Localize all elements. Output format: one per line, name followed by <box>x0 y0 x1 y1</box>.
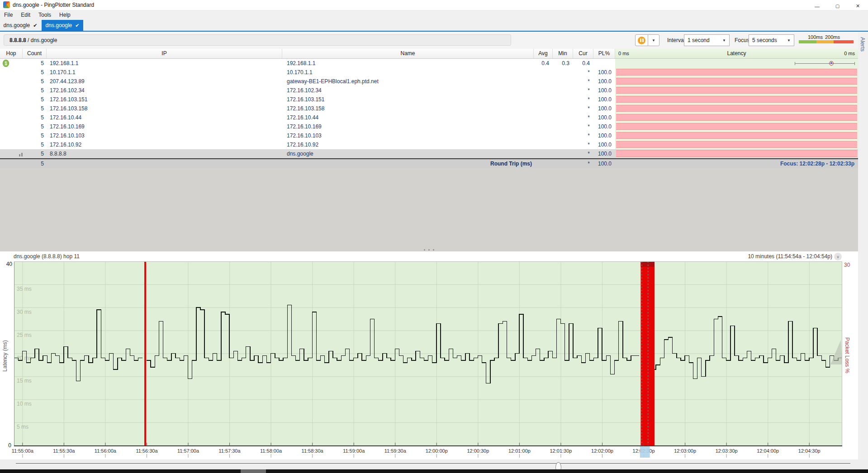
col-ip[interactable]: IP <box>47 49 282 58</box>
time-tick-label: 11:58:00a <box>260 448 282 454</box>
hop-row[interactable]: 5172.16.10.103172.16.10.103*100.0 <box>0 131 858 140</box>
time-tick-label: 12:00:30p <box>467 448 489 454</box>
cell-hop <box>0 104 23 113</box>
cell-pl: 100.0 <box>593 131 615 140</box>
cell-hop <box>0 140 23 149</box>
cell-pl: 100.0 <box>593 149 615 158</box>
menu-help[interactable]: Help <box>55 10 75 20</box>
packet-loss-bar <box>616 114 857 121</box>
round-trip-label: Round Trip (ms) <box>282 159 534 168</box>
hop-row[interactable]: 5172.16.103.151172.16.103.151*100.0 <box>0 95 858 104</box>
hop-row[interactable]: 58.8.8.8dns.google*100.0 <box>0 149 858 158</box>
bottom-strip <box>0 469 868 473</box>
hop-row[interactable]: 5172.16.102.34172.16.102.34*100.0 <box>0 86 858 95</box>
cell-avg <box>534 104 553 113</box>
cell-hop <box>0 122 23 131</box>
chevron-down-icon: ▼ <box>787 38 791 43</box>
cell-pl: 100.0 <box>593 86 615 95</box>
cell-avg <box>534 149 553 158</box>
interval-value: 1 second <box>688 37 710 43</box>
cell-ip: 172.16.10.44 <box>47 113 282 122</box>
y-gridline-label: 25 ms <box>17 332 32 338</box>
pause-icon <box>638 37 645 44</box>
menu-edit[interactable]: Edit <box>17 10 34 20</box>
cell-avg <box>534 77 553 86</box>
cell-hop <box>0 95 23 104</box>
time-tick-label: 12:04:30p <box>798 448 821 454</box>
col-pl[interactable]: PL% <box>593 49 615 58</box>
col-cur[interactable]: Cur <box>573 49 593 58</box>
focus-label: Focus <box>735 34 749 46</box>
col-name[interactable]: Name <box>282 49 534 58</box>
interval-select[interactable]: 1 second ▼ <box>684 34 730 46</box>
hop-row[interactable]: 5172.16.10.169172.16.10.169*100.0 <box>0 122 858 131</box>
cell-count: 5 <box>23 122 47 131</box>
cell-name: 192.168.1.1 <box>282 59 534 68</box>
cell-name: dns.google <box>282 149 534 158</box>
focus-range-label: Focus: 12:02:28p - 12:02:33p <box>615 159 858 168</box>
cell-pl: 100.0 <box>593 104 615 113</box>
hop-row[interactable]: 5172.16.10.92172.16.10.92*100.0 <box>0 140 858 149</box>
hop-row[interactable]: 15192.168.1.1192.168.1.10.40.30.4✕ <box>0 59 858 68</box>
hop-row[interactable]: 5172.16.103.158172.16.103.158*100.0 <box>0 104 858 113</box>
cell-hop: 1 <box>0 59 23 68</box>
legend-200ms-label: 200ms <box>825 34 840 40</box>
cell-min <box>553 122 573 131</box>
hop-row[interactable]: 510.170.1.110.170.1.1*100.0 <box>0 68 858 77</box>
latency-0ms-right: 0 ms <box>844 49 855 58</box>
packet-loss-band <box>640 261 655 445</box>
cell-cur: * <box>573 104 593 113</box>
tab-dns-google-1[interactable]: dns.google ✔ <box>0 20 41 31</box>
cell-avg: 0.4 <box>534 59 553 68</box>
tab-label: dns.google <box>46 22 72 28</box>
col-avg[interactable]: Avg <box>534 49 553 58</box>
menu-file[interactable]: File <box>0 10 17 20</box>
packet-loss-bar <box>616 150 857 157</box>
cell-hop <box>0 113 23 122</box>
timeline-scrollbar <box>0 459 868 469</box>
round-trip-row[interactable]: 5 Round Trip (ms) * 100.0 Focus: 12:02:2… <box>0 158 858 168</box>
hop-row[interactable]: 5172.16.10.44172.16.10.44*100.0 <box>0 113 858 122</box>
app-icon <box>3 1 10 8</box>
cell-name: 172.16.10.44 <box>282 113 534 122</box>
check-icon: ✔ <box>33 23 37 28</box>
menu-tools[interactable]: Tools <box>34 10 55 20</box>
col-min[interactable]: Min <box>553 49 573 58</box>
cell-hop <box>0 86 23 95</box>
latency-axis-label: Latency (ms) <box>2 336 8 376</box>
cell-min <box>553 113 573 122</box>
col-hop[interactable]: Hop <box>0 49 23 58</box>
cell-cur: * <box>573 140 593 149</box>
pane-splitter-handle[interactable] <box>0 248 858 251</box>
hop-row[interactable]: 5207.44.123.89gateway-BE1-EPHBlocal1.eph… <box>0 77 858 86</box>
latency-range-marker: ✕ <box>615 59 858 68</box>
cell-name: 172.16.102.34 <box>282 86 534 95</box>
cell-hop <box>0 68 23 77</box>
cell-hop <box>0 131 23 140</box>
tab-dns-google-2[interactable]: dns.google ✔ <box>42 20 83 31</box>
time-tick-label: 12:03:00p <box>674 448 696 454</box>
col-count[interactable]: Count <box>23 49 47 58</box>
cell-count: 5 <box>23 59 47 68</box>
cell-lat <box>615 149 858 158</box>
packet-loss-bar <box>616 96 857 103</box>
timeline-chart[interactable]: 5 ms10 ms15 ms20 ms25 ms30 ms35 ms400301… <box>0 251 858 459</box>
target-summary[interactable]: 8.8.8.8 / dns.google <box>4 34 511 46</box>
pane-gap <box>0 168 858 251</box>
time-tick-label: 11:59:00a <box>343 448 365 454</box>
y-gridline-label: 5 ms <box>17 424 28 430</box>
cell-min <box>553 131 573 140</box>
y-min-label: 0 <box>8 442 11 449</box>
y-gridline-label: 30 ms <box>17 309 32 315</box>
cell-name: 172.16.10.169 <box>282 122 534 131</box>
round-trip-pl: 100.0 <box>593 159 615 168</box>
scrollbar-track[interactable] <box>16 463 850 465</box>
pause-button[interactable] <box>635 34 648 46</box>
focus-select[interactable]: 5 seconds ▼ <box>749 34 794 46</box>
alerts-side-tab[interactable]: Alerts <box>858 32 868 459</box>
cell-lat <box>615 122 858 131</box>
pause-dropdown-button[interactable]: ▼ <box>648 34 659 46</box>
col-latency[interactable]: 0 ms Latency 0 ms <box>615 49 858 58</box>
legend-100ms-label: 100ms <box>808 34 823 40</box>
cell-cur: * <box>573 131 593 140</box>
